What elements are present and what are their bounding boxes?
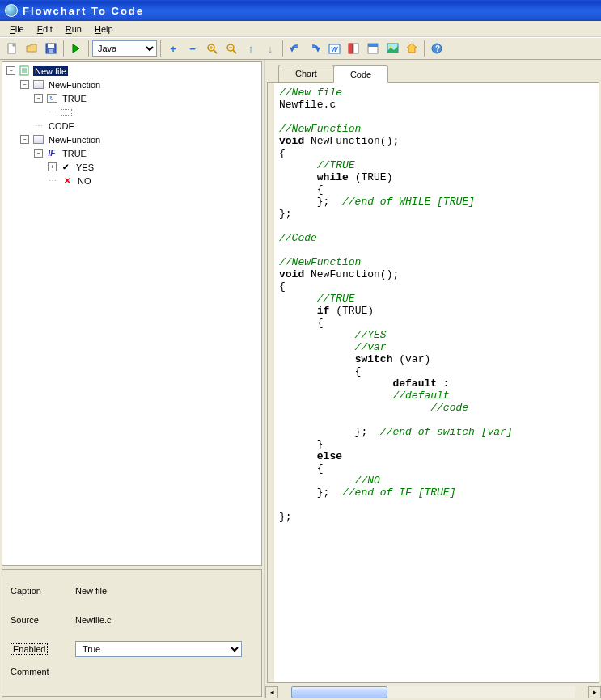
svg-rect-16: [368, 44, 378, 47]
move-up-button[interactable]: ↑: [242, 40, 260, 57]
function-icon: [32, 134, 44, 145]
dots-icon: ⋯: [45, 175, 58, 187]
scroll-right-button[interactable]: ▸: [588, 686, 601, 698]
properties-panel: CaptionNew file SourceNewfile.c EnabledT…: [2, 569, 262, 697]
tree-label: TRUE: [61, 94, 88, 103]
if-icon: IF: [45, 148, 58, 159]
tree-node[interactable]: −↻TRUE: [4, 91, 260, 105]
right-pane: Chart Code //New file Newfile.c //NewFun…: [265, 60, 601, 698]
tree-label: CODE: [47, 121, 76, 131]
svg-line-5: [214, 50, 217, 53]
tree-label: NO: [76, 176, 93, 186]
menubar: File Edit Run Help: [0, 21, 601, 37]
file-icon: [18, 65, 31, 77]
menu-help[interactable]: Help: [88, 23, 120, 36]
tree-label: NewFunction: [47, 135, 102, 145]
expand-icon[interactable]: +: [48, 162, 57, 171]
layout-2-button[interactable]: [364, 40, 382, 57]
tree-node[interactable]: ⋯✕NO: [4, 174, 260, 188]
add-button[interactable]: +: [164, 40, 182, 57]
prop-value: Newfile.c: [75, 615, 253, 625]
code-editor[interactable]: //New file Newfile.c //NewFunction void …: [267, 82, 599, 683]
gutter: [268, 83, 274, 682]
tree-node[interactable]: −IFTRUE: [4, 146, 260, 160]
prop-label: Enabled: [11, 643, 75, 655]
tree-label: TRUE: [61, 149, 88, 158]
zoom-out-button[interactable]: [222, 40, 240, 57]
expand-icon[interactable]: −: [34, 94, 43, 103]
left-pane: −New file −NewFunction −↻TRUE ⋯ ⋯CODE −N…: [0, 60, 265, 698]
prop-label: Caption: [11, 586, 75, 596]
scroll-thumb[interactable]: [291, 686, 387, 698]
expand-icon[interactable]: −: [20, 135, 29, 144]
redo-button[interactable]: [306, 40, 324, 57]
run-button[interactable]: [67, 40, 85, 57]
menu-edit[interactable]: Edit: [31, 23, 59, 36]
tabbar: Chart Code: [265, 65, 601, 82]
window-title: Flowchart To Code: [23, 5, 144, 17]
scroll-left-button[interactable]: ◂: [265, 686, 278, 698]
svg-rect-2: [48, 44, 54, 48]
code-icon: ⋯: [32, 120, 44, 132]
prop-label: Comment: [11, 667, 75, 677]
horizontal-scrollbar[interactable]: ◂ ▸: [265, 685, 601, 698]
export-word-button[interactable]: W: [325, 40, 343, 57]
expand-icon[interactable]: −: [34, 149, 43, 158]
tree-node[interactable]: −NewFunction: [4, 133, 260, 146]
tree-root[interactable]: −New file: [4, 64, 260, 78]
prop-label: Source: [11, 615, 75, 625]
tree-label: NewFunction: [47, 80, 102, 90]
tree-node[interactable]: ⋯: [4, 105, 260, 119]
tree-label: YES: [74, 162, 95, 172]
tree-view[interactable]: −New file −NewFunction −↻TRUE ⋯ ⋯CODE −N…: [2, 61, 262, 566]
new-file-button[interactable]: [3, 40, 21, 57]
expand-icon[interactable]: −: [6, 66, 15, 75]
save-button[interactable]: [42, 40, 60, 57]
titlebar: Flowchart To Code: [0, 0, 601, 21]
svg-line-9: [233, 50, 236, 53]
tab-code[interactable]: Code: [333, 65, 388, 83]
svg-text:?: ?: [435, 44, 440, 53]
cross-icon: ✕: [61, 175, 74, 187]
toolbar: Java + − ↑ ↓ W ?: [0, 37, 601, 60]
placeholder-icon: [61, 109, 72, 116]
menu-file[interactable]: File: [3, 23, 31, 36]
svg-rect-3: [49, 49, 53, 53]
home-button[interactable]: [403, 40, 421, 57]
open-file-button[interactable]: [23, 40, 40, 57]
tree-node[interactable]: ⋯CODE: [4, 119, 260, 133]
undo-button[interactable]: [286, 40, 304, 57]
expand-icon[interactable]: −: [20, 80, 29, 89]
move-down-button[interactable]: ↓: [261, 40, 279, 57]
enabled-select[interactable]: True: [75, 641, 242, 657]
tab-chart[interactable]: Chart: [278, 65, 334, 82]
remove-button[interactable]: −: [184, 40, 201, 57]
menu-run[interactable]: Run: [59, 23, 88, 36]
placeholder-icon: ⋯: [45, 107, 58, 118]
language-select[interactable]: Java: [92, 40, 157, 57]
svg-rect-13: [349, 44, 353, 53]
prop-value: New file: [75, 586, 253, 596]
tree-node[interactable]: +✔YES: [4, 160, 260, 174]
check-icon: ✔: [59, 162, 72, 173]
code-content[interactable]: //New file Newfile.c //NewFunction void …: [268, 83, 599, 526]
tree-label: New file: [33, 66, 68, 76]
scroll-track[interactable]: [291, 686, 575, 698]
export-image-button[interactable]: [383, 40, 401, 57]
loop-icon: ↻: [45, 93, 58, 104]
svg-rect-14: [353, 44, 358, 53]
app-icon: [5, 4, 18, 17]
function-icon: [32, 79, 44, 91]
tree-node[interactable]: −NewFunction: [4, 78, 260, 91]
zoom-in-button[interactable]: [203, 40, 221, 57]
layout-1-button[interactable]: [345, 40, 362, 57]
help-button[interactable]: ?: [428, 40, 446, 57]
